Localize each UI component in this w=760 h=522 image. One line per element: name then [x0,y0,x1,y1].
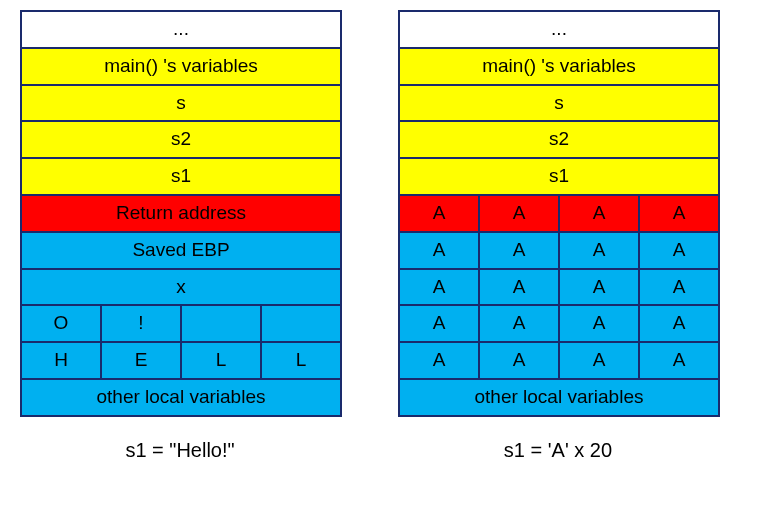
return-address: Return address [21,195,341,232]
var-s2: s2 [21,121,341,158]
var-s: s [21,85,341,122]
byte-cell: A [639,342,719,379]
other-locals: other local variables [21,379,341,416]
var-s1: s1 [21,158,341,195]
right-column: ... main() 's variables s s2 s1 A A A A … [398,10,720,462]
stack-diagrams: ... main() 's variables s s2 s1 Return a… [20,10,740,462]
byte-cell: A [399,342,479,379]
byte-cell: A [399,232,479,269]
right-caption: s1 = 'A' x 20 [398,439,718,462]
byte-cell: A [399,195,479,232]
left-stack: ... main() 's variables s s2 s1 Return a… [20,10,342,417]
main-variables: main() 's variables [21,48,341,85]
var-s: s [399,85,719,122]
byte-cell: A [559,269,639,306]
byte-cell: A [559,232,639,269]
var-x-overflowed: A A A A [399,269,719,306]
saved-ebp: Saved EBP [21,232,341,269]
byte-cell: L [261,342,341,379]
main-variables: main() 's variables [399,48,719,85]
other-locals: other local variables [399,379,719,416]
ellipsis: ... [21,11,341,48]
left-caption: s1 = "Hello!" [20,439,340,462]
byte-cell: A [479,195,559,232]
byte-cell: O [21,305,101,342]
byte-cell: E [101,342,181,379]
var-x: x [21,269,341,306]
byte-cell: L [181,342,261,379]
byte-cell: A [479,342,559,379]
var-s2: s2 [399,121,719,158]
byte-cell: A [559,342,639,379]
buffer-row-0: A A A A [399,342,719,379]
byte-cell: A [399,305,479,342]
buffer-row-1: A A A A [399,305,719,342]
byte-cell: A [559,195,639,232]
byte-cell: A [639,269,719,306]
byte-cell [181,305,261,342]
byte-cell: A [479,305,559,342]
byte-cell [261,305,341,342]
var-s1: s1 [399,158,719,195]
buffer-row-1: O ! [21,305,341,342]
byte-cell: ! [101,305,181,342]
saved-ebp-overflowed: A A A A [399,232,719,269]
byte-cell: A [559,305,639,342]
right-stack: ... main() 's variables s s2 s1 A A A A … [398,10,720,417]
byte-cell: A [479,269,559,306]
byte-cell: A [639,305,719,342]
byte-cell: A [399,269,479,306]
byte-cell: H [21,342,101,379]
ellipsis: ... [399,11,719,48]
byte-cell: A [639,232,719,269]
return-address-overflowed: A A A A [399,195,719,232]
left-column: ... main() 's variables s s2 s1 Return a… [20,10,342,462]
byte-cell: A [639,195,719,232]
buffer-row-0: H E L L [21,342,341,379]
byte-cell: A [479,232,559,269]
